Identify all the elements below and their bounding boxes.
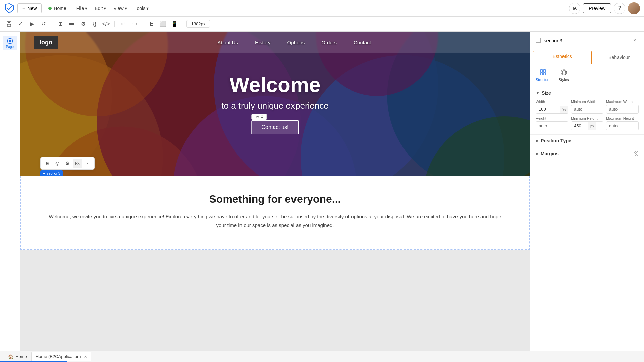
max-width-field-wrapper: Maximum Width auto — [606, 100, 639, 114]
section3-label-bar[interactable]: ◀ section3 — [40, 170, 63, 176]
layers-icon[interactable] — [67, 19, 77, 29]
plus-icon: + — [22, 5, 25, 11]
redo-icon[interactable]: ↪ — [129, 19, 140, 29]
min-height-field-wrapper: Minimum Height px — [571, 116, 603, 130]
margins-chevron-icon: ▶ — [536, 151, 539, 156]
styles-icon — [560, 68, 568, 76]
content-body: Welcome, we invite you to live a unique … — [48, 212, 502, 229]
html-icon[interactable]: </> — [101, 19, 111, 29]
ft-settings-icon[interactable]: ⚙ — [63, 159, 72, 168]
hero-section: logo About Us History Options Orders Con… — [20, 32, 530, 176]
home-tab[interactable]: Home — [44, 4, 70, 13]
main-layout: Page — [0, 32, 644, 362]
min-height-unit: px — [588, 122, 596, 130]
ft-more-icon[interactable]: ⋮ — [83, 159, 92, 168]
structure-view[interactable]: Structure — [536, 68, 551, 82]
panel-tabs: Esthetics Behaviour — [530, 49, 644, 64]
min-height-label: Minimum Height — [571, 116, 603, 120]
hero-cta-wrapper: Rx ⚙ Contact us! — [252, 120, 299, 134]
hero-cta-button[interactable]: Contact us! — [252, 120, 299, 134]
floating-toolbar: ⊕ ◎ ⚙ Rx ⋮ — [40, 157, 95, 170]
min-width-input-group: auto — [571, 105, 603, 114]
margins-row[interactable]: ▶ Margins ⛓ — [530, 147, 644, 160]
position-type-row[interactable]: ▶ Position Type — [530, 135, 644, 147]
rx-badge: Rx ⚙ — [252, 114, 267, 120]
sidebar-item-page[interactable]: Page — [3, 36, 17, 50]
ia-button[interactable]: IA — [569, 3, 580, 14]
chevron-down-icon: ▾ — [146, 6, 149, 11]
position-type-chevron-icon: ▶ — [536, 138, 539, 143]
panel-close-button[interactable]: × — [631, 36, 639, 44]
margins-link-icon: ⛓ — [633, 150, 639, 157]
help-button[interactable]: ? — [614, 3, 625, 14]
width-field-wrapper: Width % — [536, 100, 568, 114]
height-input-group: auto — [536, 121, 568, 130]
width-input[interactable] — [536, 105, 560, 113]
right-panel: section3 × Esthetics Behaviour — [530, 32, 644, 362]
min-height-input[interactable] — [571, 122, 588, 130]
file-menu[interactable]: File ▾ — [73, 4, 91, 13]
tab-behaviour[interactable]: Behaviour — [594, 51, 644, 64]
ft-style-icon[interactable]: ◎ — [53, 159, 62, 168]
edit-menu[interactable]: Edit ▾ — [91, 4, 109, 13]
hero-content: Welcome to a truly unique experience Rx … — [221, 73, 328, 134]
section-checkbox[interactable] — [536, 38, 541, 43]
bottom-app-tab[interactable]: Home (B2CApplication) × — [31, 352, 91, 361]
size-grid: Width % Minimum Width auto Maximum Width — [536, 100, 639, 130]
view-menu[interactable]: View ▾ — [110, 4, 130, 13]
tab-close-button[interactable]: × — [84, 354, 87, 359]
chevron-down-icon: ▾ — [85, 6, 87, 11]
avatar[interactable] — [628, 2, 640, 14]
tablet-icon[interactable]: ⬜ — [158, 19, 168, 29]
grid-icon[interactable]: ⊞ — [55, 19, 65, 29]
tools-menu[interactable]: Tools ▾ — [131, 4, 152, 13]
app-logo-icon — [4, 3, 15, 14]
desktop-icon[interactable]: 🖥 — [147, 19, 157, 29]
content-title: Something for everyone... — [48, 193, 502, 205]
new-button[interactable]: + New — [17, 3, 42, 13]
ft-select-icon[interactable]: ⊕ — [43, 159, 52, 168]
svg-point-8 — [9, 40, 11, 42]
bottom-bar: 🏠 Home Home (B2CApplication) × — [0, 351, 644, 362]
bottom-home-tab[interactable]: 🏠 Home — [4, 352, 31, 361]
refresh-icon[interactable]: ↺ — [38, 19, 48, 29]
viewport-width: 1382px — [186, 20, 210, 28]
height-value: auto — [536, 122, 550, 130]
ft-rx-icon[interactable]: Rx — [73, 159, 82, 168]
home-status-dot — [48, 7, 52, 10]
play-icon[interactable]: ▶ — [27, 19, 37, 29]
nav-history[interactable]: History — [255, 40, 271, 45]
width-unit: % — [560, 106, 568, 113]
top-nav-menu: File ▾ Edit ▾ View ▾ Tools ▾ — [73, 4, 152, 13]
home-icon: 🏠 — [8, 354, 14, 359]
nav-about[interactable]: About Us — [217, 40, 238, 45]
code-icon[interactable]: {} — [90, 19, 100, 29]
preview-navbar: logo About Us History Options Orders Con… — [20, 32, 530, 53]
undo-icon[interactable]: ↩ — [118, 19, 128, 29]
min-width-value: auto — [571, 105, 585, 113]
height-field-wrapper: Height auto — [536, 116, 568, 130]
check-icon[interactable]: ✓ — [15, 19, 25, 29]
tab-esthetics[interactable]: Esthetics — [533, 51, 592, 64]
save-icon[interactable] — [4, 19, 14, 29]
svg-rect-24 — [540, 73, 543, 75]
nav-orders[interactable]: Orders — [321, 40, 337, 45]
rx-settings-icon: ⚙ — [260, 115, 264, 119]
editor-toolbar: ✓ ▶ ↺ ⊞ ⚙ {} </> ↩ ↪ 🖥 ⬜ 📱 1382px — [0, 17, 644, 32]
website-frame: logo About Us History Options Orders Con… — [20, 32, 530, 250]
structure-icon — [539, 68, 547, 76]
canvas-area[interactable]: logo About Us History Options Orders Con… — [20, 32, 530, 362]
section3-chevron-icon: ◀ — [43, 172, 45, 175]
svg-rect-23 — [543, 70, 546, 72]
preview-button[interactable]: Preview — [583, 3, 611, 13]
size-header[interactable]: ▼ Size — [536, 90, 639, 96]
components-icon[interactable]: ⚙ — [78, 19, 88, 29]
topbar: + New Home File ▾ Edit ▾ View ▾ Tools ▾ … — [0, 0, 644, 17]
hero-subtitle: to a truly unique experience — [221, 101, 328, 111]
max-width-label: Maximum Width — [606, 100, 639, 104]
mobile-icon[interactable]: 📱 — [169, 19, 179, 29]
preview-nav-links: About Us History Options Orders Contact — [72, 40, 517, 45]
nav-options[interactable]: Options — [287, 40, 305, 45]
styles-view[interactable]: Styles — [559, 68, 569, 82]
nav-contact[interactable]: Contact — [354, 40, 371, 45]
